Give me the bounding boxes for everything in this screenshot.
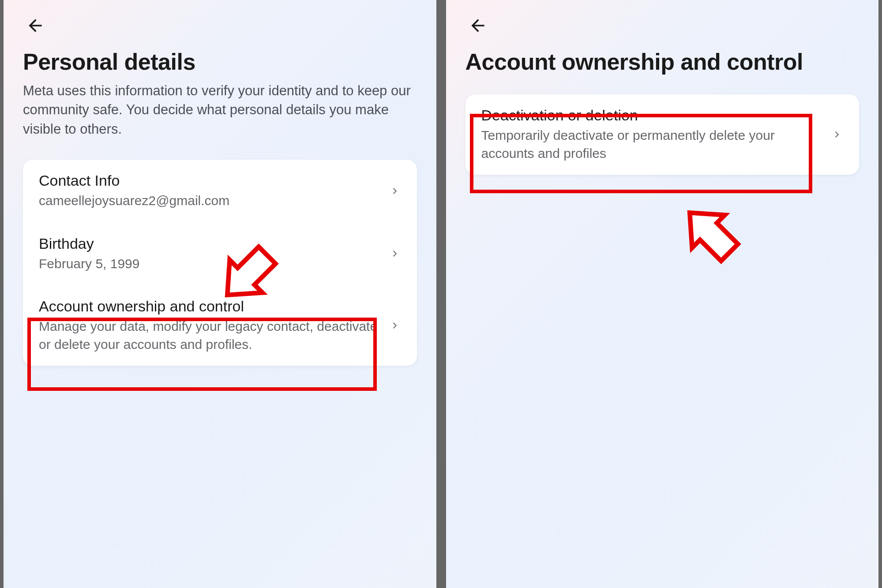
birthday-title: Birthday — [39, 235, 380, 252]
chevron-right-icon — [389, 186, 401, 196]
account-ownership-title: Account ownership and control — [39, 298, 380, 315]
account-ownership-sub: Manage your data, modify your legacy con… — [39, 318, 380, 353]
details-card: Contact Info cameellejoysuarez2@gmail.co… — [23, 160, 417, 366]
chevron-right-icon — [389, 249, 401, 258]
back-button[interactable] — [23, 13, 48, 38]
panel-divider — [436, 0, 446, 588]
arrow-left-icon — [468, 16, 488, 35]
page-description: Meta uses this information to verify you… — [23, 81, 417, 139]
arrow-left-icon — [26, 16, 45, 35]
page-title: Personal details — [23, 49, 417, 75]
deactivation-title: Deactivation or deletion — [481, 107, 822, 124]
account-ownership-row[interactable]: Account ownership and control Manage you… — [23, 285, 417, 366]
chevron-right-icon — [389, 321, 401, 330]
account-ownership-screen: Account ownership and control Deactivati… — [446, 0, 882, 588]
contact-info-title: Contact Info — [39, 172, 380, 189]
deactivation-row[interactable]: Deactivation or deletion Temporarily dea… — [465, 94, 859, 175]
annotation-arrow-icon — [678, 201, 744, 267]
birthday-row[interactable]: Birthday February 5, 1999 — [23, 223, 417, 285]
back-button[interactable] — [465, 13, 490, 38]
birthday-value: February 5, 1999 — [39, 255, 380, 273]
contact-info-row[interactable]: Contact Info cameellejoysuarez2@gmail.co… — [23, 160, 417, 222]
personal-details-screen: Personal details Meta uses this informat… — [0, 0, 436, 588]
chevron-right-icon — [831, 130, 843, 139]
contact-info-value: cameellejoysuarez2@gmail.com — [39, 192, 380, 210]
ownership-card: Deactivation or deletion Temporarily dea… — [465, 94, 859, 175]
deactivation-sub: Temporarily deactivate or permanently de… — [481, 127, 822, 162]
page-title: Account ownership and control — [465, 49, 859, 75]
